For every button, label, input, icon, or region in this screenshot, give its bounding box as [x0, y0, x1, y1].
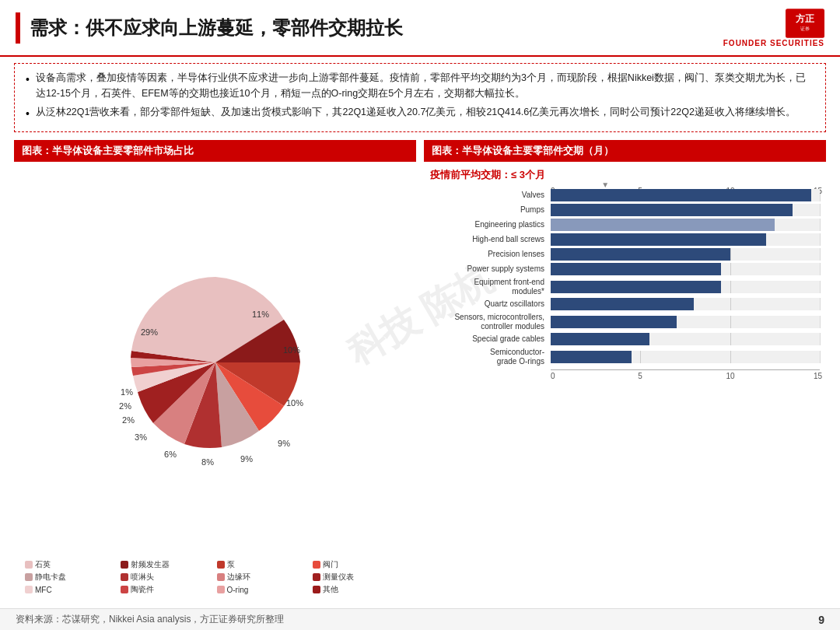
legend-quartz: 石英 — [25, 559, 117, 570]
grid-line-15-row-7 — [820, 298, 821, 310]
bar-chart-content: 疫情前平均交期：≤ 3个月 0 5 10 15 ▼ ValvesPumpsE — [424, 162, 826, 604]
bar-label-9: Special grade cables — [430, 334, 551, 344]
grid-line-10-row-9 — [730, 333, 731, 345]
legend-measure: 测量仪表 — [313, 572, 405, 583]
bottom-axis-0: 0 — [551, 372, 555, 380]
bar-fill-9 — [551, 333, 649, 345]
logo-text: FOUNDER SECURITIES — [723, 39, 824, 47]
legend-dot-oring — [217, 586, 225, 593]
pie-label-3: 3% — [135, 432, 147, 442]
legend-dot-quartz — [25, 561, 33, 569]
bullet-item-2: • 从泛林22Q1营收来看，部分零部件短缺、及加速出货模式影响下，其22Q1递延… — [26, 104, 814, 122]
grid-line-5-row-10 — [640, 351, 641, 363]
bar-fill-4 — [551, 248, 730, 261]
pie-chart-svg: 11% 10% 10% 9% 9% 8% 6% 3% 2% 2% 1% — [107, 254, 324, 471]
pie-legend: 石英 射频发生器 泵 — [20, 556, 410, 598]
bar-track-9 — [551, 333, 820, 345]
bar-fill-8 — [551, 316, 677, 328]
legend-dot-pump — [217, 561, 225, 569]
bar-label-0: Valves — [430, 191, 551, 200]
bar-track-6 — [551, 281, 820, 293]
bar-label-5: Power supply systems — [430, 264, 551, 274]
bar-fill-1 — [551, 204, 793, 216]
legend-pump: 泵 — [217, 559, 310, 570]
bar-label-3: High-end ball screws — [430, 235, 551, 244]
legend-dot-measure — [313, 573, 320, 581]
bullet-dot-1: • — [26, 71, 30, 88]
grid-line-10-row-7 — [730, 298, 731, 310]
bar-label-10: Semiconductor-grade O-rings — [430, 348, 551, 366]
legend-label-ceramic: 陶瓷件 — [131, 584, 154, 595]
bar-fill-3 — [551, 233, 766, 246]
bar-label-6: Equipment front-endmodules* — [430, 278, 551, 296]
legend-valve: 阀门 — [313, 559, 405, 570]
bottom-axis-10: 10 — [726, 372, 734, 380]
legend-esc: 静电卡盘 — [25, 572, 117, 583]
bar-row-8: Sensors, microcontrollers,controller mod… — [430, 313, 820, 331]
legend-other: 其他 — [313, 584, 405, 595]
bar-track-4 — [551, 248, 820, 261]
legend-label-shower: 喷淋头 — [131, 572, 154, 583]
grid-line-15-row-3 — [820, 233, 821, 246]
legend-label-edge: 边缘环 — [227, 572, 250, 583]
bar-fill-5 — [551, 263, 721, 275]
grid-line-15-row-8 — [820, 316, 821, 328]
main-content: • 设备高需求，叠加疫情等因素，半导体行业供不应求进一步向上游零部件蔓延。疫情前… — [0, 57, 840, 608]
bar-row-5: Power supply systems — [430, 263, 820, 275]
bottom-axis-5: 5 — [638, 372, 642, 380]
header: 需求：供不应求向上游蔓延，零部件交期拉长 方正 证券 FOUNDER SECUR… — [0, 0, 840, 57]
pie-label-10a: 10% — [282, 345, 299, 355]
grid-line-15-row-2 — [820, 219, 821, 231]
pie-label-1: 1% — [121, 387, 133, 397]
bar-label-4: Precision lenses — [430, 250, 551, 259]
bar-row-2: Engineering plastics — [430, 219, 820, 231]
legend-label-pump: 泵 — [227, 559, 235, 570]
footer-page-number: 9 — [818, 614, 824, 626]
bar-label-1: Pumps — [430, 205, 551, 215]
arrow-3month: ▼ — [601, 180, 609, 189]
grid-line-15-row-4 — [820, 248, 821, 261]
bar-row-7: Quartz oscillators — [430, 298, 820, 310]
legend-rf: 射频发生器 — [121, 559, 213, 570]
pie-area: 11% 10% 10% 9% 9% 8% 6% 3% 2% 2% 1% — [20, 168, 410, 598]
bullet-section: • 设备高需求，叠加疫情等因素，半导体行业供不应求进一步向上游零部件蔓延。疫情前… — [14, 63, 826, 132]
svg-text:证券: 证券 — [800, 26, 810, 31]
bar-row-1: Pumps — [430, 204, 820, 216]
legend-dot-valve — [313, 561, 320, 569]
bar-row-9: Special grade cables — [430, 333, 820, 345]
bar-rows: ValvesPumpsEngineering plasticsHigh-end … — [430, 189, 820, 368]
logo-area: 方正 证券 FOUNDER SECURITIES — [723, 8, 824, 47]
footer-source: 资料来源：芯谋研究，Nikkei Asia analysis，方正证券研究所整理 — [16, 613, 284, 626]
pie-label-2a: 2% — [122, 415, 135, 425]
legend-label-esc: 静电卡盘 — [35, 572, 66, 583]
legend-ceramic: 陶瓷件 — [121, 584, 213, 595]
pie-label-9a: 9% — [278, 439, 290, 448]
bullet-item-1: • 设备高需求，叠加疫情等因素，半导体行业供不应求进一步向上游零部件蔓延。疫情前… — [26, 70, 814, 101]
bullet-dot-2: • — [26, 105, 30, 122]
legend-dot-other — [313, 586, 320, 593]
bar-chart-area: 疫情前平均交期：≤ 3个月 0 5 10 15 ▼ ValvesPumpsE — [430, 168, 820, 598]
legend-label-quartz: 石英 — [35, 559, 51, 570]
bullet-text-2: 从泛林22Q1营收来看，部分零部件短缺、及加速出货模式影响下，其22Q1递延收入… — [36, 104, 796, 120]
legend-edge: 边缘环 — [217, 572, 310, 583]
legend-label-measure: 测量仪表 — [323, 572, 354, 583]
legend-mfc: MFC — [25, 584, 117, 595]
grid-line-10-row-8 — [730, 316, 731, 328]
bar-fill-2 — [551, 219, 775, 231]
bar-subtitle: 疫情前平均交期：≤ 3个月 — [430, 168, 820, 182]
bar-bottom-axis: 0 5 10 15 — [551, 369, 820, 372]
legend-shower: 喷淋头 — [121, 572, 213, 583]
bar-track-7 — [551, 298, 820, 310]
founder-logo-icon: 方正 证券 — [786, 8, 824, 39]
bar-label-8: Sensors, microcontrollers,controller mod… — [430, 313, 551, 331]
bar-fill-0 — [551, 189, 811, 201]
footer: 资料来源：芯谋研究，Nikkei Asia analysis，方正证券研究所整理… — [0, 608, 840, 630]
grid-line-15-row-6 — [820, 281, 821, 293]
bar-row-4: Precision lenses — [430, 248, 820, 261]
legend-dot-esc — [25, 573, 33, 581]
grid-line-15-row-1 — [820, 204, 821, 216]
pie-chart-box: 图表：半导体设备主要零部件市场占比 — [14, 140, 416, 604]
pie-label-9b: 9% — [240, 454, 253, 464]
bar-fill-6 — [551, 281, 721, 293]
legend-oring: O-ring — [217, 584, 310, 595]
